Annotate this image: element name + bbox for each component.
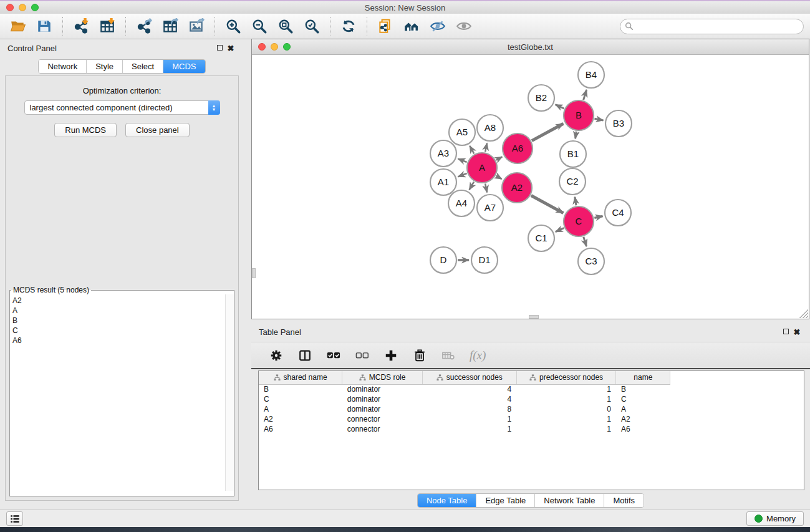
graph-edge-A-A5[interactable] [470, 146, 474, 154]
cell-predecessor-nodes[interactable]: 1 [516, 424, 616, 434]
network-canvas[interactable]: B4B2BB3A8A5A6A3B1AC2A1A2A4A7C4CC1C3DD1 [252, 55, 809, 319]
cell-successor-nodes[interactable]: 1 [422, 424, 516, 434]
tab-network[interactable]: Network [39, 60, 86, 73]
cell-shared-name[interactable]: B [259, 384, 342, 394]
cell-shared-name[interactable]: A6 [259, 424, 342, 434]
cell-name[interactable]: A2 [616, 414, 670, 424]
window-resize-grip[interactable] [799, 309, 808, 318]
float-panel-button[interactable] [214, 44, 225, 52]
graph-edge-A-A7[interactable] [485, 183, 487, 192]
cell-name[interactable]: A6 [616, 424, 670, 434]
cell-shared-name[interactable]: A [259, 404, 342, 414]
tab-motifs[interactable]: Motifs [604, 494, 644, 507]
export-image-button[interactable] [187, 17, 206, 36]
zoom-out-button[interactable] [250, 17, 269, 36]
cell-shared-name[interactable]: A2 [259, 414, 342, 424]
graph-node-A1[interactable]: A1 [430, 169, 456, 195]
graph-edge-A-A1[interactable] [458, 173, 466, 177]
column-header-MCDS-role[interactable]: MCDS role [342, 371, 423, 384]
delete-table-button[interactable] [441, 348, 456, 363]
export-table-button[interactable] [161, 17, 180, 36]
cell-successor-nodes[interactable]: 4 [422, 384, 516, 394]
tab-select[interactable]: Select [122, 60, 163, 73]
cell-name[interactable]: B [616, 384, 670, 394]
cell-successor-nodes[interactable]: 1 [422, 414, 516, 424]
apply-layout-button[interactable] [339, 17, 358, 36]
first-neighbors-button[interactable] [402, 17, 421, 36]
cell-predecessor-nodes[interactable]: 0 [516, 404, 616, 414]
graph-node-B3[interactable]: B3 [605, 110, 632, 137]
graph-edge-A-A6[interactable] [496, 157, 503, 160]
column-header-successor-nodes[interactable]: successor nodes [422, 371, 516, 384]
cell-MCDS-role[interactable]: dominator [342, 394, 423, 404]
table-row-A[interactable]: Adominator80A [259, 404, 804, 414]
graph-edge-B-B2[interactable] [556, 105, 564, 109]
column-header-name[interactable]: name [616, 371, 670, 384]
close-table-panel-button[interactable]: ✖ [791, 327, 803, 337]
zoom-selected-button[interactable] [302, 17, 321, 36]
table-settings-button[interactable] [269, 348, 284, 363]
cell-successor-nodes[interactable]: 4 [422, 394, 516, 404]
graph-edge-A6-B[interactable] [532, 123, 564, 140]
tab-network-table[interactable]: Network Table [534, 494, 604, 507]
graph-node-B2[interactable]: B2 [528, 85, 554, 111]
save-session-button[interactable] [35, 17, 54, 36]
graph-edge-A-A8[interactable] [485, 143, 487, 152]
close-panel-button-inner[interactable]: Close panel [125, 123, 190, 137]
mcds-result-item[interactable]: A6 [12, 336, 223, 346]
select-all-rows-button[interactable] [326, 348, 341, 363]
graph-node-B4[interactable]: B4 [578, 62, 604, 88]
graph-edge-C-C3[interactable] [584, 237, 587, 246]
cell-MCDS-role[interactable]: dominator [342, 384, 423, 394]
graph-edge-A-A4[interactable] [470, 182, 474, 190]
graph-node-B1[interactable]: B1 [560, 141, 586, 167]
graph-node-A2[interactable]: A2 [502, 173, 532, 203]
graph-node-C1[interactable]: C1 [528, 225, 554, 251]
float-table-panel-button[interactable] [780, 327, 791, 336]
tab-node-table[interactable]: Node Table [418, 494, 476, 507]
graph-node-A3[interactable]: A3 [430, 140, 456, 167]
canvas-vertical-scroll-thumb[interactable] [252, 268, 256, 278]
graph-edge-B-B4[interactable] [584, 90, 587, 100]
graph-node-D[interactable]: D [430, 247, 456, 273]
graph-node-B[interactable]: B [564, 100, 594, 130]
mcds-result-item[interactable]: A [12, 306, 223, 316]
function-builder-button[interactable]: f(x) [470, 349, 486, 362]
cell-successor-nodes[interactable]: 8 [422, 404, 516, 414]
mcds-result-item[interactable]: A2 [12, 296, 223, 306]
zoom-in-button[interactable] [224, 17, 243, 36]
add-column-button[interactable] [383, 348, 398, 363]
graph-node-A5[interactable]: A5 [449, 119, 475, 145]
tab-mcds[interactable]: MCDS [163, 60, 205, 73]
cell-name[interactable]: C [616, 394, 670, 404]
cell-MCDS-role[interactable]: connector [342, 424, 423, 434]
delete-column-button[interactable] [412, 348, 427, 363]
graph-edge-C-C1[interactable] [556, 228, 564, 232]
new-network-from-selection-button[interactable] [376, 17, 395, 36]
column-header-predecessor-nodes[interactable]: predecessor nodes [516, 371, 616, 384]
hide-selected-button[interactable] [428, 17, 447, 36]
graph-node-A[interactable]: A [467, 153, 497, 183]
run-mcds-button[interactable]: Run MCDS [54, 123, 117, 137]
graph-edge-C-C4[interactable] [594, 216, 602, 218]
graph-node-A7[interactable]: A7 [477, 195, 503, 221]
graph-node-C[interactable]: C [564, 206, 594, 236]
graph-node-C4[interactable]: C4 [605, 200, 631, 226]
deselect-all-rows-button[interactable] [355, 348, 370, 363]
table-row-A6[interactable]: A6connector11A6 [259, 424, 804, 434]
graph-edge-B-B3[interactable] [594, 118, 603, 120]
memory-button[interactable]: Memory [746, 511, 804, 526]
tab-style[interactable]: Style [86, 60, 122, 73]
graph-node-C2[interactable]: C2 [559, 168, 586, 195]
result-list-scrollbar[interactable] [225, 294, 234, 491]
tab-edge-table[interactable]: Edge Table [476, 494, 534, 507]
cell-predecessor-nodes[interactable]: 1 [516, 384, 616, 394]
import-table-button[interactable] [98, 17, 117, 36]
table-row-A2[interactable]: A2connector11A2 [259, 414, 804, 424]
graph-node-A8[interactable]: A8 [477, 115, 503, 141]
open-session-button[interactable] [9, 17, 27, 36]
graph-node-A4[interactable]: A4 [448, 190, 475, 216]
mcds-result-item[interactable]: C [12, 326, 223, 336]
cell-shared-name[interactable]: C [259, 394, 342, 404]
mcds-result-item[interactable]: B [12, 316, 223, 326]
